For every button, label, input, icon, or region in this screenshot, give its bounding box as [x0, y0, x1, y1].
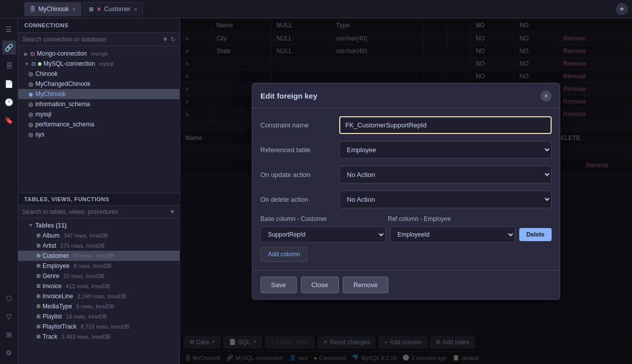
triangle-icon[interactable]: ▽: [2, 309, 16, 324]
table-item-invoiceline[interactable]: ⊞ InvoiceLine 2,240 rows, InnoDB: [18, 291, 179, 301]
modal-close-button[interactable]: ×: [540, 90, 552, 102]
table-grid-icon: ⊞: [36, 334, 40, 339]
sidebar-item-mychinook[interactable]: ◉ MyChinook: [18, 89, 179, 99]
mychinook-label: MyChinook: [35, 90, 66, 98]
tables-filter-icon[interactable]: ▼: [169, 208, 175, 215]
table-grid-icon: ⊞: [36, 263, 40, 268]
modal-close-btn[interactable]: Close: [301, 277, 339, 293]
sidebar-item-chinook[interactable]: ◎ Chinook: [18, 69, 179, 79]
tables-section-header[interactable]: ▼ Tables (11): [18, 220, 179, 231]
sys-label: sys: [35, 131, 44, 138]
layers-icon[interactable]: ⬡: [2, 291, 16, 305]
col-section-labels: Base column - Customer Ref column - Empl…: [260, 215, 552, 222]
tab-bar: 🗄 MyChinook ✕ ⊞ ✕ Customer ✕ +: [0, 0, 632, 18]
table-album-label: Album: [42, 232, 60, 239]
table-customer-label: Customer: [42, 252, 69, 259]
perf-icon: ◎: [28, 121, 33, 128]
info-icon: ◎: [28, 101, 33, 108]
mychanged-icon: ◎: [28, 81, 33, 87]
stack-icon[interactable]: ⊞: [2, 328, 16, 342]
tables-search-bar: ▼: [18, 206, 179, 218]
table-grid-icon: ⊞: [36, 283, 40, 289]
bookmarks-icon[interactable]: 🔖: [2, 113, 16, 127]
settings-icon[interactable]: ⚙: [2, 346, 16, 360]
table-playlist-label: Playlist: [42, 313, 62, 320]
table-playlisttrack-label: PlaylistTrack: [42, 323, 77, 330]
base-column-select[interactable]: SupportRepId CustomerId FirstName LastNa…: [260, 226, 386, 243]
sidebar-item-mychangedchinook[interactable]: ◎ MyChangedChinook: [18, 79, 179, 89]
perf-label: performance_schema: [35, 121, 94, 128]
table-item-customer[interactable]: ⊞ Customer 59 rows, InnoDB: [18, 251, 179, 261]
table-item-playlisttrack[interactable]: ⊞ PlaylistTrack 8,715 rows, InnoDB: [18, 322, 179, 332]
on-update-select[interactable]: No Action Cascade Set Null Restrict: [339, 166, 552, 184]
mysqldb-icon: ◎: [28, 111, 33, 118]
table-grid-icon: ⊞: [36, 273, 40, 279]
sidebar-item-sys[interactable]: ◎ sys: [18, 129, 179, 140]
sidebar-item-performance[interactable]: ◎ performance_schema: [18, 119, 179, 129]
tab-customer[interactable]: ⊞ ✕ Customer ✕: [83, 2, 143, 16]
icon-bar: ☰ 🔗 🗄 📄 🕐 🔖 ⬡ ▽ ⊞ ⚙: [0, 18, 18, 364]
tables-section-label: Tables (11): [35, 222, 67, 229]
modal-save-button[interactable]: Save: [260, 277, 297, 293]
tab-mychinook[interactable]: 🗄 MyChinook ✕: [24, 2, 81, 16]
chevron-right-icon: ▶: [24, 51, 28, 57]
main-layout: ☰ 🔗 🗄 📄 🕐 🔖 ⬡ ▽ ⊞ ⚙ CONNECTIONS ▼ ↻ ▶ ⊟: [0, 18, 632, 364]
sidebar-item-mongo[interactable]: ▶ ⊟ Mongo-connection mongo: [18, 49, 179, 59]
on-delete-row: On delete action No Action Cascade Set N…: [260, 191, 552, 208]
connections-title: CONNECTIONS: [24, 22, 68, 28]
constraint-name-input[interactable]: [339, 116, 552, 134]
modal-body: Constraint name Referenced table Employe…: [252, 108, 560, 270]
table-invoice-label: Invoice: [42, 283, 62, 290]
mysqldb-label: mysql: [35, 111, 51, 118]
add-column-modal-button[interactable]: Add column: [260, 247, 307, 262]
on-delete-label: On delete action: [260, 196, 331, 203]
table-item-playlist[interactable]: ⊞ Playlist 18 rows, InnoDB: [18, 311, 179, 322]
query-icon[interactable]: 📄: [2, 77, 16, 91]
table-track-label: Track: [42, 333, 58, 340]
table-item-employee[interactable]: ⊞ Employee 8 rows, InnoDB: [18, 261, 179, 271]
mychinook-icon: ◉: [28, 91, 33, 98]
chinook-icon: ◎: [28, 71, 33, 77]
tables-chevron-icon: ▼: [28, 222, 33, 228]
refresh-icon[interactable]: ↻: [170, 36, 175, 43]
connections-search-input[interactable]: [22, 36, 160, 43]
on-update-label: On update action: [260, 171, 331, 178]
table-item-track[interactable]: ⊞ Track 3,483 rows, InnoDB: [18, 332, 179, 342]
tables-search-input[interactable]: [22, 208, 167, 215]
on-delete-select[interactable]: No Action Cascade Set Null Restrict: [339, 191, 552, 208]
content-area: Name NULL Type NO NO ≡ City NULL: [180, 18, 632, 364]
table-item-genre[interactable]: ⊞ Genre 25 rows, InnoDB: [18, 271, 179, 281]
filter-icon[interactable]: ▼: [162, 36, 168, 43]
modal-header: Edit foreign key ×: [252, 83, 560, 108]
sidebar: CONNECTIONS ▼ ↻ ▶ ⊟ Mongo-connection mon…: [18, 18, 180, 364]
ref-table-label: Referenced table: [260, 146, 331, 154]
add-tab-button[interactable]: +: [616, 3, 628, 15]
connections-icon[interactable]: 🔗: [2, 40, 16, 55]
sidebar-item-mysqldb[interactable]: ◎ mysql: [18, 109, 179, 119]
table-grid-icon: ⊞: [36, 293, 40, 299]
constraint-name-row: Constraint name: [260, 116, 552, 134]
sidebar-item-mysql[interactable]: ▼ ⊟ MySQL-connection mysql: [18, 59, 179, 69]
history-icon[interactable]: 🕐: [2, 95, 16, 109]
modal-remove-button[interactable]: Remove: [343, 277, 388, 293]
table-item-invoice[interactable]: ⊞ Invoice 412 rows, InnoDB: [18, 281, 179, 291]
tables-header: TABLES, VIEWS, FUNCTIONS: [18, 193, 179, 206]
database-icon[interactable]: 🗄: [2, 59, 16, 73]
mysql-label: MySQL-connection: [43, 60, 95, 67]
sidebar-item-infschema[interactable]: ◎ information_schema: [18, 99, 179, 109]
table-item-artist[interactable]: ⊞ Artist 275 rows, InnoDB: [18, 241, 179, 251]
tab-customer-close[interactable]: ✕: [133, 7, 138, 12]
base-col-section-label: Base column - Customer: [260, 215, 380, 222]
tab-mychinook-label: MyChinook: [38, 6, 69, 13]
info-label: information_schema: [35, 101, 90, 108]
tab-mychinook-close[interactable]: ✕: [72, 7, 76, 12]
mongo-db-icon: ⊟: [30, 51, 35, 57]
ref-table-select[interactable]: Employee Album Artist Customer Genre Inv…: [339, 141, 552, 159]
table-grid-icon: ⊞: [36, 243, 40, 248]
ref-column-select[interactable]: EmployeeId FirstName LastName Title Repo…: [390, 226, 515, 243]
table-item-album[interactable]: ⊞ Album 347 rows, InnoDB: [18, 231, 179, 241]
menu-icon[interactable]: ☰: [2, 22, 16, 36]
ref-col-section-label: Ref column - Employee: [388, 215, 507, 222]
table-item-mediatype[interactable]: ⊞ MediaType 5 rows, InnoDB: [18, 301, 179, 311]
delete-column-button[interactable]: Delete: [519, 228, 552, 241]
